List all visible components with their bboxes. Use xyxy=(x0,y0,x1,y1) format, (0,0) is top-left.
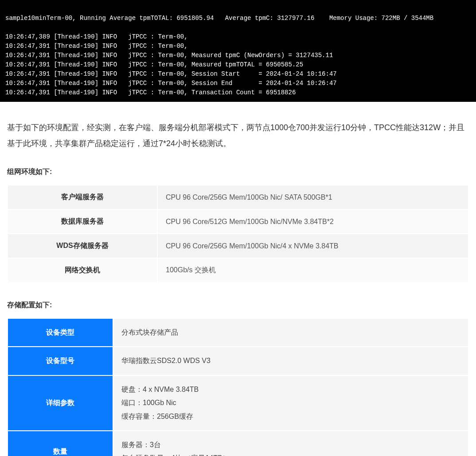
storage-row-value: 分布式块存储产品 xyxy=(113,318,468,347)
terminal-header-line: sample10minTerm-00, Running Average tpmT… xyxy=(5,15,433,22)
env-row-value: CPU 96 Core/256G Mem/100Gb Nic/4 x NVMe … xyxy=(157,234,468,258)
terminal-line: 10:26:47,391 [Thread-190] INFO jTPCC : T… xyxy=(5,43,188,50)
env-row-value: CPU 96 Core/512G Mem/100Gb Nic/NVMe 3.84… xyxy=(157,209,468,234)
terminal-line: 10:26:47,391 [Thread-190] INFO jTPCC : T… xyxy=(5,80,337,87)
table-row: 数据库服务器 CPU 96 Core/512G Mem/100Gb Nic/NV… xyxy=(8,209,468,234)
network-env-table: 客户端服务器 CPU 96 Core/256G Mem/100Gb Nic/ S… xyxy=(7,185,469,283)
terminal-line: 10:26:47,391 [Thread-190] INFO jTPCC : T… xyxy=(5,52,333,59)
document-body: 基于如下的环境配置，经实测，在客户端、服务端分机部署模式下，两节点1000仓70… xyxy=(0,102,476,456)
table-row: 客户端服务器 CPU 96 Core/256G Mem/100Gb Nic/ S… xyxy=(8,185,468,209)
storage-config-title: 存储配置如下: xyxy=(7,301,469,310)
storage-row-value: 华瑞指数云SDS2.0 WDS V3 xyxy=(113,347,468,375)
terminal-line: 10:26:47,391 [Thread-190] INFO jTPCC : T… xyxy=(5,70,337,77)
storage-row-label: 详细参数 xyxy=(8,375,113,431)
terminal-output: sample10minTerm-00, Running Average tpmT… xyxy=(0,0,476,102)
terminal-line: 10:26:47,391 [Thread-190] INFO jTPCC : T… xyxy=(5,61,303,68)
env-row-value: CPU 96 Core/256G Mem/100Gb Nic/ SATA 500… xyxy=(157,185,468,209)
table-row: 设备型号 华瑞指数云SDS2.0 WDS V3 xyxy=(8,347,468,375)
storage-row-label: 设备类型 xyxy=(8,318,113,347)
network-env-title: 组网环境如下: xyxy=(7,167,469,177)
storage-row-value: 硬盘：4 x NVMe 3.84TB 端口：100Gb Nic 缓存容量：256… xyxy=(113,375,468,431)
storage-row-label: 设备型号 xyxy=(8,347,113,375)
env-row-value: 100Gb/s 交换机 xyxy=(157,258,468,282)
table-row: 网络交换机 100Gb/s 交换机 xyxy=(8,258,468,282)
env-row-label: 客户端服务器 xyxy=(8,185,157,209)
table-row: 设备类型 分布式块存储产品 xyxy=(8,318,468,347)
env-row-label: WDS存储服务器 xyxy=(8,234,157,258)
summary-paragraph: 基于如下的环境配置，经实测，在客户端、服务端分机部署模式下，两节点1000仓70… xyxy=(7,120,469,151)
storage-config-table: 设备类型 分布式块存储产品 设备型号 华瑞指数云SDS2.0 WDS V3 详细… xyxy=(7,318,469,456)
terminal-line: 10:26:47,389 [Thread-190] INFO jTPCC : T… xyxy=(5,33,188,40)
env-row-label: 网络交换机 xyxy=(8,258,157,282)
storage-row-value: 服务器：3台 每台硬盘数量：4块 （容量14TB） xyxy=(113,431,468,456)
terminal-line: 10:26:47,391 [Thread-190] INFO jTPCC : T… xyxy=(5,89,296,96)
table-row: 详细参数 硬盘：4 x NVMe 3.84TB 端口：100Gb Nic 缓存容… xyxy=(8,375,468,431)
storage-row-label: 数量 xyxy=(8,431,113,456)
table-row: WDS存储服务器 CPU 96 Core/256G Mem/100Gb Nic/… xyxy=(8,234,468,258)
env-row-label: 数据库服务器 xyxy=(8,209,157,234)
table-row: 数量 服务器：3台 每台硬盘数量：4块 （容量14TB） xyxy=(8,431,468,456)
